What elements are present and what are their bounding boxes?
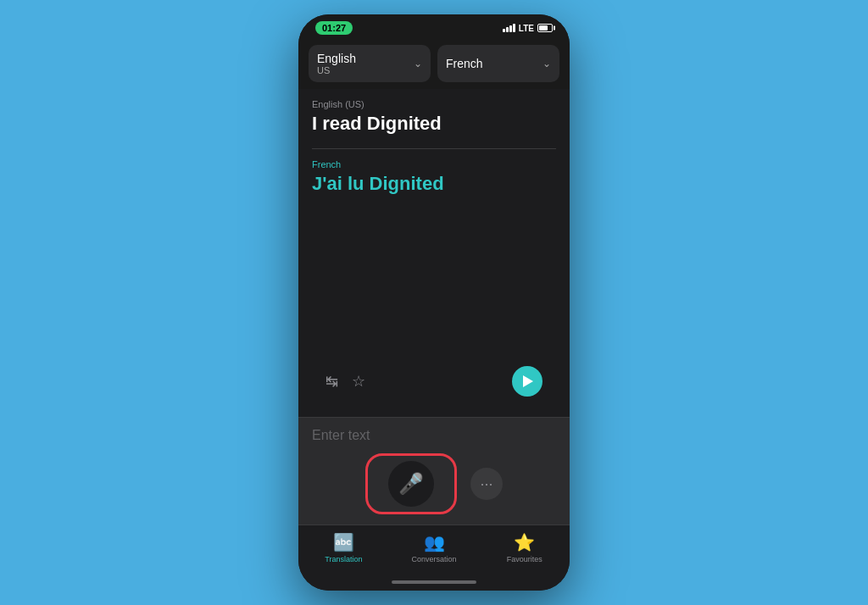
mic-button-highlight: 🎤: [365, 453, 457, 514]
battery-icon: [537, 24, 553, 32]
source-language-sub: US: [317, 65, 330, 75]
source-lang-label: English (US): [312, 99, 556, 109]
play-triangle-icon: [523, 375, 533, 387]
signal-bars-icon: [503, 24, 515, 32]
chevron-down-icon: ⌄: [414, 58, 422, 69]
target-language-button[interactable]: French ⌄: [437, 45, 559, 82]
mic-button[interactable]: 🎤: [388, 461, 434, 507]
conversation-tab-label: Conversation: [411, 555, 456, 563]
bottom-tabs: 🔤 Translation 👥 Conversation ⭐ Favourite…: [298, 525, 570, 574]
source-text: I read Dignited: [312, 113, 556, 135]
ellipsis-icon: ···: [480, 475, 492, 493]
status-time: 01:27: [315, 21, 353, 35]
favourites-tab-icon: ⭐: [514, 532, 535, 552]
phone-frame: 01:27 LTE English US ⌄ French: [298, 14, 570, 591]
input-area: Enter text 🎤 ···: [298, 417, 570, 525]
microphone-icon: 🎤: [398, 472, 424, 496]
translation-tab-icon: 🔤: [333, 532, 354, 552]
input-controls: 🎤 ···: [312, 453, 556, 518]
tab-conversation[interactable]: 👥 Conversation: [389, 532, 480, 563]
tab-favourites[interactable]: ⭐ Favourites: [479, 532, 570, 563]
target-lang-label: French: [312, 159, 556, 169]
status-bar: 01:27 LTE: [298, 14, 570, 38]
home-indicator: [298, 574, 570, 591]
play-button[interactable]: [512, 366, 542, 397]
translation-tab-label: Translation: [325, 555, 362, 563]
more-options-button[interactable]: ···: [470, 468, 503, 500]
status-icons: LTE: [503, 24, 553, 33]
action-bar: ↹ ☆: [312, 359, 556, 407]
conversation-tab-icon: 👥: [424, 532, 445, 552]
favourites-tab-label: Favourites: [507, 555, 542, 563]
translation-area: English (US) I read Dignited French J'ai…: [298, 89, 570, 417]
source-language-button[interactable]: English US ⌄: [309, 45, 431, 82]
enter-text-placeholder[interactable]: Enter text: [312, 428, 556, 443]
translation-divider: [312, 148, 556, 149]
chevron-down-icon: ⌄: [542, 58, 551, 69]
home-bar: [392, 580, 476, 584]
swap-icon[interactable]: ↹: [326, 372, 338, 391]
language-selector: English US ⌄ French ⌄: [298, 38, 570, 89]
target-text: J'ai lu Dignited: [312, 173, 556, 195]
star-icon[interactable]: ☆: [352, 372, 365, 391]
source-language-main: English: [317, 52, 356, 65]
lte-label: LTE: [519, 24, 534, 33]
tab-translation[interactable]: 🔤 Translation: [298, 532, 389, 563]
target-language-main: French: [446, 57, 483, 70]
